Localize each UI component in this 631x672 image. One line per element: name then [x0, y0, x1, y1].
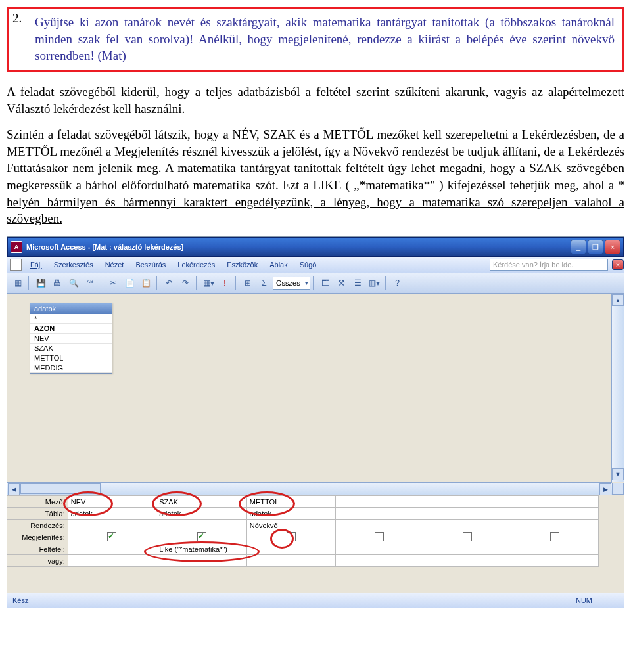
- mdi-close-button[interactable]: ×: [612, 259, 624, 270]
- toolbar: ▦ 💾 🖶 🔍 ᴬᴮ ✂ 📄 📋 ↶ ↷ ▦▾ ! ⊞ Σ Összes 🗔 ⚒…: [7, 273, 624, 294]
- checkbox-icon[interactable]: [197, 532, 206, 541]
- qbe-field-3[interactable]: METTOL: [246, 496, 335, 508]
- label-field: Mező:: [7, 496, 68, 508]
- qbe-sort-3[interactable]: Növekvő: [246, 520, 335, 531]
- menu-file[interactable]: Fájl: [24, 261, 48, 269]
- redo-button[interactable]: ↷: [177, 275, 193, 291]
- totals-button[interactable]: Σ: [256, 275, 272, 291]
- checkbox-icon[interactable]: [287, 532, 296, 541]
- field-nev[interactable]: NEV: [30, 334, 112, 344]
- qbe-field-2[interactable]: SZAK: [156, 496, 247, 508]
- minimize-button[interactable]: _: [571, 240, 586, 254]
- qbe-show-2[interactable]: [156, 531, 247, 543]
- field-azon[interactable]: AZON: [30, 324, 112, 334]
- task-number: 2.: [12, 11, 22, 26]
- query-design-upper: adatok * AZON NEV SZAK METTOL MEDDIG ▲ ▼…: [7, 294, 624, 495]
- checkbox-icon[interactable]: [550, 532, 559, 541]
- checkbox-icon[interactable]: [463, 532, 472, 541]
- menubar: Fájl Szerkesztés Nézet Beszúrás Lekérdez…: [7, 257, 624, 273]
- scroll-corner: [612, 483, 624, 495]
- menu-help[interactable]: Súgó: [294, 261, 323, 269]
- vscrollbar-upper[interactable]: ▲ ▼: [611, 294, 624, 482]
- restore-button[interactable]: ❐: [588, 240, 603, 254]
- newobj-button[interactable]: ▥▾: [367, 275, 383, 291]
- qbe-table-2[interactable]: adatok: [156, 508, 247, 520]
- label-criteria: Feltétel:: [7, 543, 68, 555]
- scroll-up-icon[interactable]: ▲: [612, 294, 624, 306]
- qbe-crit-1[interactable]: [68, 543, 156, 555]
- checkbox-icon[interactable]: [375, 532, 384, 541]
- mdi-icon: [10, 259, 22, 271]
- qbe-table[interactable]: Mező: NEV SZAK METTOL Tábla: adatok adat…: [7, 495, 599, 567]
- status-text: Kész: [12, 596, 28, 604]
- label-show: Megjelenítés:: [7, 531, 68, 543]
- props-button[interactable]: 🗔: [317, 275, 333, 291]
- help-button[interactable]: ?: [390, 275, 406, 291]
- dbwin-button[interactable]: ☰: [350, 275, 366, 291]
- scroll-left-icon[interactable]: ◀: [8, 483, 20, 495]
- task-box: 2. Gyűjtse ki azon tanárok nevét és szak…: [7, 7, 624, 72]
- run-button[interactable]: !: [217, 275, 233, 291]
- checkbox-icon[interactable]: [107, 532, 116, 541]
- qbe-table-1[interactable]: adatok: [68, 508, 156, 520]
- hscrollbar-upper[interactable]: ◀ ▶: [7, 482, 612, 495]
- window-title: Microsoft Access - [Mat : választó lekér…: [26, 243, 571, 251]
- qbe-grid: Mező: NEV SZAK METTOL Tábla: adatok adat…: [7, 495, 624, 593]
- preview-button[interactable]: 🔍: [66, 275, 82, 291]
- qbe-crit-3[interactable]: [246, 543, 335, 555]
- qbe-crit-2[interactable]: Like ("*matematika*"): [156, 543, 247, 555]
- menu-edit[interactable]: Szerkesztés: [48, 261, 99, 269]
- access-screenshot: A Microsoft Access - [Mat : választó lek…: [7, 236, 624, 608]
- close-button[interactable]: ×: [605, 240, 620, 254]
- status-numlock: NUM: [576, 596, 592, 604]
- label-table: Tábla:: [7, 508, 68, 520]
- querytype-button[interactable]: ▦▾: [200, 275, 216, 291]
- table-fieldlist[interactable]: adatok * AZON NEV SZAK METTOL MEDDIG: [30, 303, 112, 374]
- spelling-button[interactable]: ᴬᴮ: [82, 275, 98, 291]
- qbe-sort-2[interactable]: [156, 520, 247, 531]
- toprows-combo[interactable]: Összes: [273, 277, 310, 290]
- scroll-track[interactable]: [20, 483, 599, 495]
- copy-button[interactable]: 📄: [122, 275, 137, 291]
- paste-button[interactable]: 📋: [138, 275, 154, 291]
- qbe-table-3[interactable]: adatok: [246, 508, 335, 520]
- menu-tools[interactable]: Eszközök: [221, 261, 264, 269]
- titlebar: A Microsoft Access - [Mat : választó lek…: [7, 237, 624, 257]
- table-name: adatok: [30, 303, 112, 314]
- menu-insert[interactable]: Beszúrás: [129, 261, 172, 269]
- menu-view[interactable]: Nézet: [99, 261, 130, 269]
- qbe-show-3[interactable]: [246, 531, 335, 543]
- field-meddig[interactable]: MEDDIG: [30, 363, 112, 373]
- task-text: Gyűjtse ki azon tanárok nevét és szaktár…: [35, 14, 615, 64]
- scroll-down-icon[interactable]: ▼: [612, 468, 624, 480]
- save-button[interactable]: 💾: [33, 275, 49, 291]
- menu-query[interactable]: Lekérdezés: [172, 261, 221, 269]
- build-button[interactable]: ⚒: [334, 275, 350, 291]
- label-or: vagy:: [7, 555, 68, 567]
- qbe-show-1[interactable]: [68, 531, 156, 543]
- cut-button[interactable]: ✂: [105, 275, 121, 291]
- qbe-field-1[interactable]: NEV: [68, 496, 156, 508]
- paragraph-1: A feladat szövegéből kiderül, hogy a tel…: [7, 83, 624, 117]
- field-szak[interactable]: SZAK: [30, 344, 112, 353]
- print-button[interactable]: 🖶: [49, 275, 65, 291]
- status-bar: Kész NUM: [7, 593, 624, 608]
- qbe-sort-1[interactable]: [68, 520, 156, 531]
- scroll-right-icon[interactable]: ▶: [599, 483, 611, 495]
- undo-button[interactable]: ↶: [161, 275, 177, 291]
- view-button[interactable]: ▦: [10, 275, 26, 291]
- access-icon: A: [11, 241, 22, 253]
- scroll-thumb[interactable]: [20, 483, 101, 494]
- paragraph-2: Szintén a feladat szövegéből látszik, ho…: [7, 126, 624, 227]
- help-search-input[interactable]: Kérdése van? Írja be ide.: [490, 259, 608, 271]
- field-all[interactable]: *: [30, 314, 112, 324]
- menu-window[interactable]: Ablak: [264, 261, 294, 269]
- label-sort: Rendezés:: [7, 520, 68, 531]
- field-mettol[interactable]: METTOL: [30, 353, 112, 363]
- showtable-button[interactable]: ⊞: [240, 275, 256, 291]
